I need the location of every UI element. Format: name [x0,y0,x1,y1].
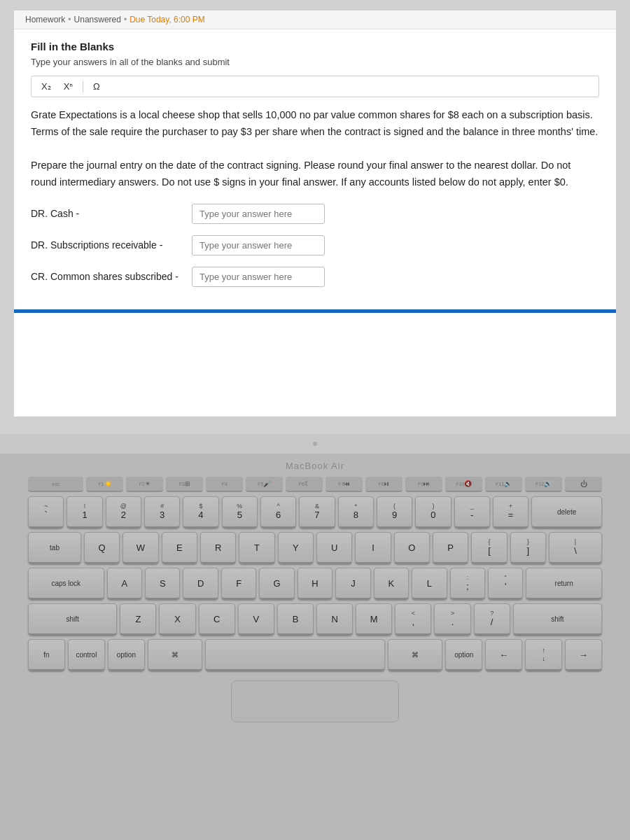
right-arrow-key[interactable]: → [565,639,602,671]
space-key[interactable] [205,639,385,671]
f11-key[interactable]: F11🔉 [485,477,522,492]
webcam-indicator [313,442,317,446]
7-key[interactable]: &7 [299,496,335,528]
m-key[interactable]: M [356,603,392,636]
right-bracket-key[interactable]: }] [510,532,546,564]
r-key[interactable]: R [200,532,236,564]
f8-key[interactable]: F8⏯ [365,477,402,492]
5-key[interactable]: %5 [222,496,258,528]
n-key[interactable]: N [316,603,353,636]
instructions: Type your answers in all of the blanks a… [31,57,599,67]
i-key[interactable]: I [355,532,391,564]
c-key[interactable]: C [199,603,235,636]
control-key[interactable]: control [68,639,105,671]
tab-key[interactable]: tab [28,532,81,564]
f12-key[interactable]: F12🔊 [525,477,562,492]
2-key[interactable]: @2 [106,496,141,528]
a-key[interactable]: A [107,568,142,600]
superscript-button[interactable]: Xⁿ [61,80,76,93]
equals-key[interactable]: += [493,496,528,528]
q-key[interactable]: Q [84,532,120,564]
d-key[interactable]: D [183,568,218,600]
y-key[interactable]: Y [278,532,314,564]
keyboard-area: MacBook Air esc F1☀️ F2☀ F3⊞ F4 F5🎤 F6☾ … [0,454,630,840]
dr-subscriptions-input[interactable] [192,235,325,255]
right-cmd-key[interactable]: ⌘ [388,639,442,671]
dr-cash-row: DR. Cash - [31,204,599,224]
slash-key[interactable]: ?/ [474,603,510,636]
omega-button[interactable]: Ω [90,80,103,93]
9-key[interactable]: (9 [377,496,412,528]
x-key[interactable]: X [159,603,195,636]
backtick-key[interactable]: ~` [28,496,64,528]
power-key[interactable]: ⏻ [565,477,602,492]
cr-common-shares-row: CR. Common shares subscribed - [31,267,599,287]
f1-key[interactable]: F1☀️ [86,477,123,492]
return-key[interactable]: return [526,568,602,600]
section-title: Fill in the Blanks [31,41,599,52]
4-key[interactable]: $4 [183,496,218,528]
breadcrumb-sep1: • [68,15,71,24]
6-key[interactable]: ^6 [260,496,296,528]
laptop-bezel-bottom [0,434,630,454]
minus-key[interactable]: _- [454,496,490,528]
dr-subscriptions-label: DR. Subscriptions receivable - [31,239,185,251]
e-key[interactable]: E [162,532,197,564]
trackpad[interactable] [231,680,399,722]
w-key[interactable]: W [122,532,158,564]
b-key[interactable]: B [277,603,314,636]
k-key[interactable]: K [374,568,409,600]
cr-common-shares-label: CR. Common shares subscribed - [31,271,185,282]
8-key[interactable]: *8 [338,496,374,528]
caps-lock-key[interactable]: caps lock [28,568,104,600]
fn-key[interactable]: fn [28,639,65,671]
breadcrumb-unanswered[interactable]: Unanswered [74,15,121,24]
3-key[interactable]: #3 [144,496,180,528]
o-key[interactable]: O [394,532,430,564]
editor-toolbar: X₂ Xⁿ Ω [31,76,599,97]
period-key[interactable]: >. [434,603,470,636]
breadcrumb-homework[interactable]: Homework [25,15,65,24]
delete-key[interactable]: delete [531,496,602,528]
left-cmd-key[interactable]: ⌘ [148,639,202,671]
s-key[interactable]: S [145,568,180,600]
f7-key[interactable]: F7⏮ [326,477,363,492]
f6-key[interactable]: F6☾ [286,477,323,492]
dr-cash-input[interactable] [192,204,325,224]
cr-common-shares-input[interactable] [192,267,325,287]
f4-key[interactable]: F4 [206,477,243,492]
f5-key[interactable]: F5🎤 [246,477,283,492]
shift-key-row: shift Z X C V B N M <, >. ?/ shift [28,603,602,636]
option-key[interactable]: option [108,639,145,671]
escape-key[interactable]: esc [28,477,83,492]
f2-key[interactable]: F2☀ [126,477,163,492]
u-key[interactable]: U [316,532,352,564]
breadcrumb-due: Due Today, 6:00 PM [130,15,205,24]
content-area: Fill in the Blanks Type your answers in … [14,29,616,309]
left-bracket-key[interactable]: {[ [471,532,507,564]
f9-key[interactable]: F9⏭ [405,477,442,492]
f-key[interactable]: F [221,568,256,600]
quote-key[interactable]: "' [488,568,523,600]
0-key[interactable]: )0 [415,496,451,528]
comma-key[interactable]: <, [395,603,431,636]
f3-key[interactable]: F3⊞ [166,477,203,492]
h-key[interactable]: H [298,568,332,600]
right-shift-key[interactable]: shift [513,603,602,636]
p-key[interactable]: P [433,532,468,564]
j-key[interactable]: J [335,568,370,600]
v-key[interactable]: V [238,603,274,636]
semicolon-key[interactable]: :; [450,568,485,600]
t-key[interactable]: T [239,532,274,564]
left-shift-key[interactable]: shift [28,603,117,636]
left-arrow-key[interactable]: ← [485,639,522,671]
backslash-key[interactable]: |\ [549,532,602,564]
g-key[interactable]: G [259,568,294,600]
right-option-key[interactable]: option [445,639,482,671]
subscript-button[interactable]: X₂ [38,80,54,93]
z-key[interactable]: Z [120,603,156,636]
1-key[interactable]: !1 [66,496,102,528]
up-down-arrow-keys[interactable]: ↑ ↓ [525,639,562,671]
l-key[interactable]: L [412,568,447,600]
f10-key[interactable]: F10🔇 [445,477,482,492]
